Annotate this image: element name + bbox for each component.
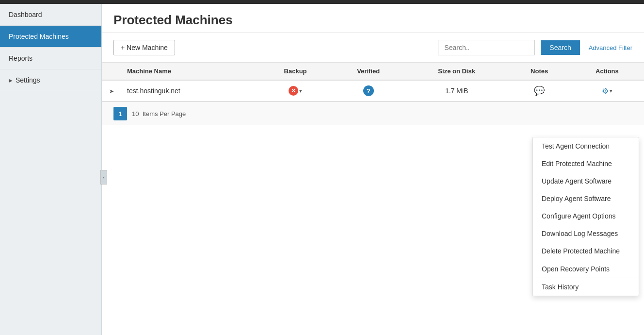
actions-dropdown-menu: Test Agent Connection Edit Protected Mac… [532, 137, 639, 296]
pagination-row: 1 10 Items Per Page [102, 101, 644, 125]
actions-dropdown-arrow[interactable]: ▾ [610, 88, 612, 94]
toolbar: + New Machine Search Advanced Filter [102, 33, 644, 63]
dropdown-item-update-agent[interactable]: Update Agent Software [533, 172, 639, 190]
backup-dropdown-arrow[interactable]: ▾ [299, 88, 302, 94]
search-button[interactable]: Search [541, 40, 580, 55]
dropdown-section-3: Task History [533, 278, 639, 296]
advanced-filter-link[interactable]: Advanced Filter [589, 44, 632, 51]
backup-cell: ✕ ▾ [259, 80, 332, 101]
sidebar-collapse-tab[interactable]: ‹ [100, 170, 107, 184]
col-header-size: Size on Disk [405, 63, 508, 80]
machine-name: test.hostinguk.net [127, 87, 180, 95]
settings-arrow-icon: ▶ [9, 78, 13, 83]
table-header: Machine Name Backup Verified Size on Dis… [102, 63, 644, 80]
verified-cell: ? [332, 80, 405, 101]
sidebar-item-protected-machines[interactable]: Protected Machines [0, 26, 101, 48]
table-container: Machine Name Backup Verified Size on Dis… [102, 63, 644, 335]
col-header-expand [102, 63, 121, 80]
col-header-backup: Backup [259, 63, 332, 80]
sidebar-item-reports[interactable]: Reports [0, 48, 101, 69]
sidebar-item-protected-machines-label: Protected Machines [9, 33, 69, 40]
expand-cell[interactable]: ➤ [102, 80, 121, 101]
sidebar-item-settings[interactable]: ▶ Settings [0, 69, 101, 91]
col-header-notes: Notes [508, 63, 570, 80]
dropdown-item-delete-machine[interactable]: Delete Protected Machine [533, 242, 639, 260]
dropdown-section-1: Test Agent Connection Edit Protected Mac… [533, 137, 639, 260]
col-header-actions: Actions [570, 63, 644, 80]
dropdown-item-configure-agent[interactable]: Configure Agent Options [533, 207, 639, 225]
dropdown-item-open-recovery[interactable]: Open Recovery Points [533, 260, 639, 278]
main-content: Protected Machines + New Machine Search … [102, 4, 644, 335]
page-title: Protected Machines [102, 4, 644, 33]
dropdown-item-download-log[interactable]: Download Log Messages [533, 225, 639, 242]
dropdown-item-edit-machine[interactable]: Edit Protected Machine [533, 155, 639, 172]
actions-cell: ⚙ ▾ [570, 80, 644, 101]
dropdown-item-test-agent[interactable]: Test Agent Connection [533, 137, 639, 155]
machine-name-cell: test.hostinguk.net [121, 80, 259, 101]
size-cell: 1.7 MiB [405, 80, 508, 101]
expand-icon[interactable]: ➤ [109, 88, 114, 95]
table-body: ➤ test.hostinguk.net ✕ ▾ ? [102, 80, 644, 101]
error-icon: ✕ [289, 86, 298, 96]
sidebar-item-reports-label: Reports [9, 54, 32, 62]
dropdown-section-2: Open Recovery Points [533, 260, 639, 278]
notes-cell: 💬 [508, 80, 570, 101]
col-header-verified: Verified [332, 63, 405, 80]
top-bar [0, 0, 644, 4]
sidebar-item-dashboard-label: Dashboard [9, 11, 42, 18]
sidebar: Dashboard Protected Machines Reports ▶ S… [0, 4, 102, 335]
sidebar-item-settings-label: Settings [16, 76, 40, 84]
size-value: 1.7 MiB [445, 87, 468, 95]
items-per-page: 10 Items Per Page [132, 110, 186, 117]
current-page[interactable]: 1 [113, 107, 127, 120]
verified-question-icon[interactable]: ? [363, 85, 374, 96]
dropdown-item-deploy-agent[interactable]: Deploy Agent Software [533, 190, 639, 207]
machines-table: Machine Name Backup Verified Size on Dis… [102, 63, 644, 101]
col-header-machine-name: Machine Name [121, 63, 259, 80]
table-row: ➤ test.hostinguk.net ✕ ▾ ? [102, 80, 644, 101]
note-icon[interactable]: 💬 [534, 86, 545, 96]
dropdown-item-task-history[interactable]: Task History [533, 278, 639, 296]
new-machine-button[interactable]: + New Machine [113, 40, 175, 55]
sidebar-item-dashboard[interactable]: Dashboard [0, 4, 101, 26]
backup-status: ✕ ▾ [289, 86, 302, 96]
actions-gear-icon[interactable]: ⚙ ▾ [602, 86, 612, 96]
search-input[interactable] [438, 40, 535, 55]
